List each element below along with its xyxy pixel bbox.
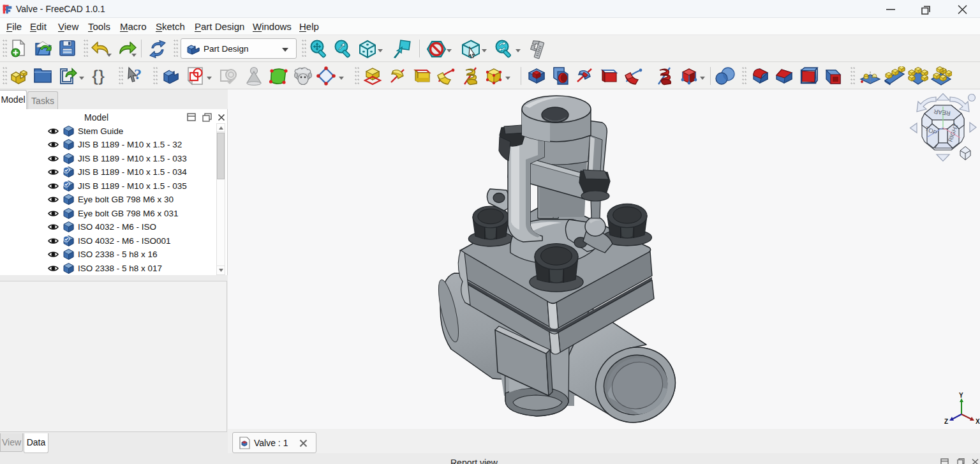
svg-text:X: X: [976, 418, 980, 425]
svg-text:{}: {}: [92, 66, 105, 86]
svg-text:Y: Y: [959, 392, 963, 399]
svg-text:Z: Z: [944, 418, 948, 425]
